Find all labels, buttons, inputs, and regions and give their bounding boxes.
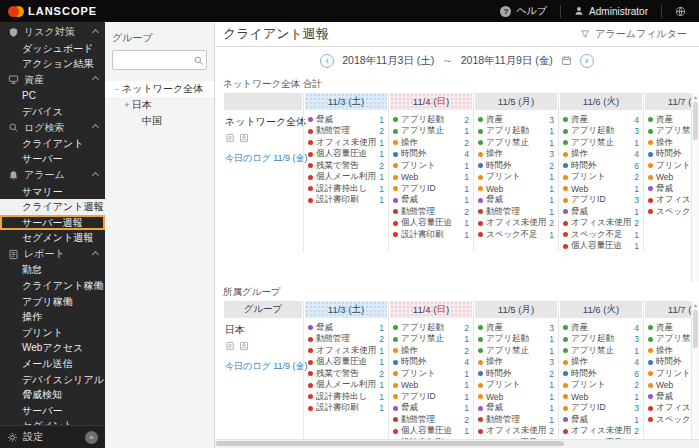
alarm-count[interactable]: 1 xyxy=(379,149,384,159)
alarm-count[interactable]: 4 xyxy=(464,357,469,367)
alarm-count[interactable]: 4 xyxy=(634,323,639,333)
horizontal-scrollbar-thumb[interactable] xyxy=(216,441,564,446)
alarm-count[interactable]: 1 xyxy=(379,138,384,148)
alarm-count[interactable]: 2 xyxy=(634,426,639,436)
scroll-up-arrow-icon[interactable]: ▲ xyxy=(692,301,699,309)
calendar-icon[interactable] xyxy=(561,55,572,66)
alarm-count[interactable]: 2 xyxy=(379,334,384,344)
sidebar-item-セグメント週報[interactable]: セグメント週報 xyxy=(0,230,105,246)
alarm-count[interactable]: 1 xyxy=(634,346,639,356)
alarm-count[interactable]: 2 xyxy=(634,380,639,390)
alarm-count[interactable]: 3 xyxy=(549,357,554,367)
alarm-count[interactable]: 3 xyxy=(634,126,639,136)
sidebar-item-クライアント稼働[interactable]: クライアント稼働 xyxy=(0,278,105,294)
sidebar-item-プリント[interactable]: プリント xyxy=(0,325,105,341)
sidebar-item-サーバー[interactable]: サーバー xyxy=(0,151,105,167)
alarm-count[interactable]: 1 xyxy=(464,195,469,205)
alarm-count[interactable]: 2 xyxy=(464,346,469,356)
alarm-count[interactable]: 1 xyxy=(634,392,639,402)
sidebar-item-勤怠[interactable]: 勤怠 xyxy=(0,262,105,278)
alarm-count[interactable]: 1 xyxy=(549,346,554,356)
user-menu[interactable]: Administrator xyxy=(561,0,661,22)
sidebar-section-アラーム[interactable]: アラーム xyxy=(0,167,105,184)
collapse-sidebar-icon[interactable]: « xyxy=(85,431,98,444)
alarm-count[interactable]: 2 xyxy=(549,161,554,171)
alarm-count[interactable]: 1 xyxy=(634,207,639,217)
tree-node-日本[interactable]: +日本 xyxy=(105,97,214,113)
alarm-count[interactable]: 2 xyxy=(634,172,639,182)
alarm-filter-button[interactable]: アラームフィルター xyxy=(580,27,687,41)
sidebar-item-クライアント[interactable]: クライアント xyxy=(0,136,105,152)
alarm-count[interactable]: 3 xyxy=(634,334,639,344)
sidebar-item-脅威検知[interactable]: 脅威検知 xyxy=(0,387,105,403)
alarm-count[interactable]: 1 xyxy=(464,369,469,379)
alarm-count[interactable]: 1 xyxy=(379,392,384,402)
sidebar-item-サーバー[interactable]: サーバー xyxy=(0,403,105,419)
sidebar-section-レポート[interactable]: レポート xyxy=(0,246,105,263)
alarm-count[interactable]: 1 xyxy=(464,334,469,344)
sidebar-item-操作[interactable]: 操作 xyxy=(0,309,105,325)
alarm-count[interactable]: 1 xyxy=(549,207,554,217)
sidebar-item-サマリー[interactable]: サマリー xyxy=(0,184,105,200)
alarm-count[interactable]: 1 xyxy=(464,218,469,228)
alarm-count[interactable]: 1 xyxy=(379,380,384,390)
alarm-count[interactable]: 3 xyxy=(634,403,639,413)
alarm-count[interactable]: 1 xyxy=(379,115,384,125)
sidebar-item-メール送信[interactable]: メール送信 xyxy=(0,356,105,372)
sidebar-item-セグメント[interactable]: セグメント xyxy=(0,418,105,425)
sidebar-item-アクション結果[interactable]: アクション結果 xyxy=(0,56,105,72)
alarm-count[interactable]: 1 xyxy=(549,184,554,194)
help-button[interactable]: ? ヘルプ xyxy=(487,0,560,22)
sidebar-item-PC[interactable]: PC xyxy=(0,88,105,104)
alarm-count[interactable]: 3 xyxy=(549,149,554,159)
vertical-scrollbar-thumb[interactable] xyxy=(693,102,698,140)
alarm-count[interactable]: 2 xyxy=(549,218,554,228)
alarm-count[interactable]: 1 xyxy=(464,403,469,413)
alarm-count[interactable]: 1 xyxy=(549,415,554,425)
alarm-count[interactable]: 2 xyxy=(464,138,469,148)
alarm-count[interactable]: 1 xyxy=(464,426,469,436)
sidebar-item-サーバー週報[interactable]: サーバー週報 xyxy=(0,215,105,231)
alarm-count[interactable]: 2 xyxy=(464,207,469,217)
tree-node-中国[interactable]: 中国 xyxy=(105,113,214,129)
sidebar-item-アプリ稼働[interactable]: アプリ稼働 xyxy=(0,294,105,310)
sidebar-section-リスク対策[interactable]: リスク対策 xyxy=(0,24,105,41)
vertical-scrollbar-thumb[interactable] xyxy=(693,310,698,348)
language-button[interactable] xyxy=(662,0,699,22)
vertical-scrollbar[interactable]: ▲ xyxy=(691,93,699,282)
alarm-count[interactable]: 1 xyxy=(549,138,554,148)
alarm-count[interactable]: 3 xyxy=(549,115,554,125)
alarm-count[interactable]: 1 xyxy=(634,241,639,251)
alarm-count[interactable]: 2 xyxy=(464,115,469,125)
today-log-link[interactable]: 今日のログ 11/9 (金) xyxy=(225,360,307,373)
horizontal-scrollbar[interactable] xyxy=(215,439,699,448)
sidebar-item-デバイス[interactable]: デバイス xyxy=(0,104,105,120)
alarm-count[interactable]: 2 xyxy=(379,369,384,379)
alarm-count[interactable]: 4 xyxy=(634,149,639,159)
alarm-count[interactable]: 2 xyxy=(379,161,384,171)
alarm-count[interactable]: 1 xyxy=(634,184,639,194)
alarm-count[interactable]: 1 xyxy=(549,334,554,344)
scroll-up-arrow-icon[interactable]: ▲ xyxy=(692,93,699,101)
alarm-count[interactable]: 1 xyxy=(379,403,384,413)
sidebar-section-ログ検索[interactable]: ログ検索 xyxy=(0,119,105,136)
alarm-count[interactable]: 3 xyxy=(634,195,639,205)
alarm-count[interactable]: 1 xyxy=(549,403,554,413)
tree-node-ネットワーク全体[interactable]: -ネットワーク全体 xyxy=(105,81,214,97)
alarm-count[interactable]: 1 xyxy=(549,195,554,205)
alarm-count[interactable]: 1 xyxy=(379,195,384,205)
next-week-button[interactable]: › xyxy=(580,54,594,68)
alarm-count[interactable]: 1 xyxy=(549,380,554,390)
vertical-scrollbar[interactable]: ▲ xyxy=(691,301,699,448)
alarm-count[interactable]: 1 xyxy=(379,172,384,182)
tree-expander-icon[interactable]: - xyxy=(112,84,122,94)
alarm-count[interactable]: 1 xyxy=(464,184,469,194)
alarm-count[interactable]: 2 xyxy=(634,218,639,228)
alarm-count[interactable]: 6 xyxy=(634,369,639,379)
alarm-count[interactable]: 6 xyxy=(634,161,639,171)
sidebar-item-Webアクセス[interactable]: Webアクセス xyxy=(0,340,105,356)
sidebar-item-デバイスシリアル[interactable]: デバイスシリアル xyxy=(0,372,105,388)
alarm-count[interactable]: 4 xyxy=(464,149,469,159)
alarm-count[interactable]: 1 xyxy=(379,357,384,367)
alarm-count[interactable]: 1 xyxy=(549,392,554,402)
